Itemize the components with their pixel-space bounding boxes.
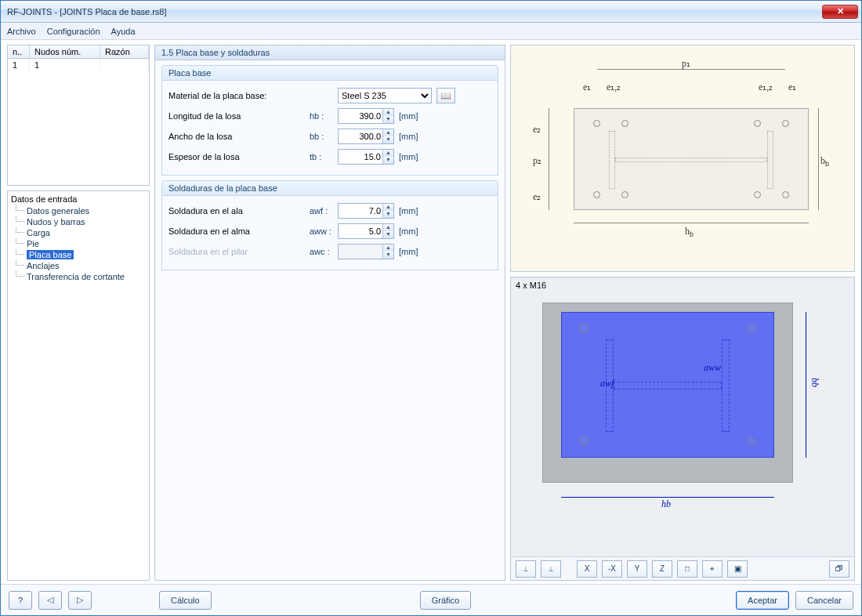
aww-down[interactable]: ▼ xyxy=(382,231,393,238)
view-iso-button[interactable]: □ xyxy=(677,560,697,578)
aww-up[interactable]: ▲ xyxy=(382,224,393,231)
plate-3d-top xyxy=(561,312,774,458)
preview-bolt-label: 4 x M16 xyxy=(516,281,546,290)
preview-pane: 4 x M16 awf aww hb xyxy=(510,277,855,581)
bolt-hole xyxy=(782,191,789,198)
tree-placa-base[interactable]: Placa base xyxy=(16,249,146,260)
menu-archivo[interactable]: Archivo xyxy=(7,27,36,36)
awf-down[interactable]: ▼ xyxy=(382,211,393,218)
grid-head-n[interactable]: n.. xyxy=(8,45,30,58)
center-panel: 1.5 Placa base y soldaduras Placa base M… xyxy=(154,45,505,581)
grid-row-1[interactable]: 1 1 xyxy=(8,59,149,71)
bolt-hole xyxy=(593,120,600,127)
tree-nudos-barras[interactable]: Nudos y barras xyxy=(16,216,146,227)
dim-e12-r: e₁,₂ xyxy=(759,82,773,93)
grid-head-razon[interactable]: Razón xyxy=(100,45,149,58)
dim-e2: e₂ xyxy=(533,124,541,136)
cancelar-button[interactable]: Cancelar xyxy=(795,591,853,610)
flange-dash xyxy=(722,339,730,432)
top-grid[interactable]: n.. Nudos núm. Razón 1 1 xyxy=(7,45,150,186)
hb-down[interactable]: ▼ xyxy=(382,116,393,123)
tree-anclajes[interactable]: Anclajes xyxy=(16,260,146,271)
titlebar: RF-JOINTS - [JOINTS Placa de base.rs8] ✕ xyxy=(1,1,861,23)
window-title: RF-JOINTS - [JOINTS Placa de base.rs8] xyxy=(7,7,822,16)
print-button[interactable]: 🗇 xyxy=(829,560,849,578)
dim-hb-prev: hb xyxy=(661,498,671,510)
unit-aww: [mm] xyxy=(399,226,418,236)
bolt-hole xyxy=(754,120,761,127)
dim-bb-prev: bb xyxy=(809,378,820,387)
unit-bb: [mm] xyxy=(399,132,418,141)
nav-tree[interactable]: Datos de entrada Datos generales Nudos y… xyxy=(7,190,150,581)
view-y-button[interactable]: Y xyxy=(627,560,647,578)
dimline-bb xyxy=(818,108,819,210)
tree-pie[interactable]: Pie xyxy=(16,238,146,249)
dim-e1: e₁ xyxy=(583,82,591,93)
grid-header: n.. Nudos núm. Razón xyxy=(8,45,149,59)
grid-cell-n: 1 xyxy=(8,59,30,71)
panel-title: 1.5 Placa base y soldaduras xyxy=(155,45,505,60)
dim-p2: p₂ xyxy=(533,155,541,167)
view-btn-2[interactable]: ⟂ xyxy=(541,560,561,578)
tree-root[interactable]: Datos de entrada xyxy=(11,194,146,204)
main-area: n.. Nudos núm. Razón 1 1 Datos de entrad… xyxy=(1,40,861,584)
tb-down[interactable]: ▼ xyxy=(382,157,393,164)
dim-e12: e₁,₂ xyxy=(607,82,621,93)
bolt-hole xyxy=(754,191,761,198)
dim-p1: p₁ xyxy=(682,58,690,70)
view-x-button[interactable]: X xyxy=(577,560,597,578)
sym-aww: aww : xyxy=(310,226,338,236)
dimline-p1 xyxy=(597,69,785,70)
nav-prev-button[interactable]: ◁ xyxy=(38,591,62,610)
awf-up[interactable]: ▲ xyxy=(382,204,393,211)
sym-bb: bb : xyxy=(310,132,338,141)
unit-awc: [mm] xyxy=(399,247,418,256)
tree-carga[interactable]: Carga xyxy=(16,227,146,238)
grid-head-nudos[interactable]: Nudos núm. xyxy=(30,45,100,58)
bolt-icon xyxy=(747,437,756,446)
label-awc: Soldadura en el pilar xyxy=(168,247,310,256)
anno-aww: aww xyxy=(704,362,721,374)
menu-ayuda[interactable]: Ayuda xyxy=(111,27,136,36)
bolt-hole xyxy=(782,120,789,127)
bolt-icon xyxy=(579,324,589,333)
dimline-left xyxy=(549,108,549,210)
hb-up[interactable]: ▲ xyxy=(382,109,393,116)
view-zoom-button[interactable]: ⌖ xyxy=(702,560,723,578)
view-mx-button[interactable]: -X xyxy=(602,560,622,578)
aceptar-button[interactable]: Aceptar xyxy=(736,591,789,610)
unit-hb: [mm] xyxy=(399,111,418,121)
view-z-button[interactable]: Z xyxy=(652,560,672,578)
menu-configuracion[interactable]: Configuración xyxy=(47,27,100,36)
unit-tb: [mm] xyxy=(399,152,418,161)
bb-down[interactable]: ▼ xyxy=(382,136,393,143)
menubar: Archivo Configuración Ayuda xyxy=(1,23,861,40)
web-dash xyxy=(614,382,722,390)
preview-canvas[interactable]: 4 x M16 awf aww hb xyxy=(511,277,854,556)
bb-up[interactable]: ▲ xyxy=(382,129,393,136)
footer-bar: ? ◁ ▷ Cálculo Gráfico Aceptar Cancelar xyxy=(1,584,861,615)
grafico-button[interactable]: Gráfico xyxy=(420,591,471,610)
material-combo[interactable]: Steel S 235 xyxy=(338,88,432,103)
bolt-icon xyxy=(579,437,589,446)
nav-next-button[interactable]: ▷ xyxy=(68,591,92,610)
left-column: n.. Nudos núm. Razón 1 1 Datos de entrad… xyxy=(7,45,150,581)
view-btn-1[interactable]: ⟂ xyxy=(516,560,536,578)
dim-bb: bb xyxy=(820,155,829,168)
bolt-icon xyxy=(747,324,756,333)
sym-tb: tb : xyxy=(310,152,338,161)
material-library-button[interactable]: 📖 xyxy=(436,88,455,103)
tree-transferencia[interactable]: Transferencia de cortante xyxy=(16,271,146,282)
close-button[interactable]: ✕ xyxy=(822,5,858,19)
calculo-button[interactable]: Cálculo xyxy=(159,591,212,610)
tree-datos-generales[interactable]: Datos generales xyxy=(16,205,146,216)
dim-e2-b: e₂ xyxy=(533,191,541,203)
grid-cell-nudos: 1 xyxy=(30,59,100,71)
view-copy-button[interactable]: ▣ xyxy=(727,560,748,578)
sym-awf: awf : xyxy=(310,206,338,216)
tb-up[interactable]: ▲ xyxy=(382,150,393,157)
help-button[interactable]: ? xyxy=(9,591,32,610)
group-soldaduras: Soldaduras de la placa base Soldadura en… xyxy=(161,180,498,270)
bolt-hole xyxy=(621,191,628,198)
awc-up: ▲ xyxy=(382,245,393,252)
